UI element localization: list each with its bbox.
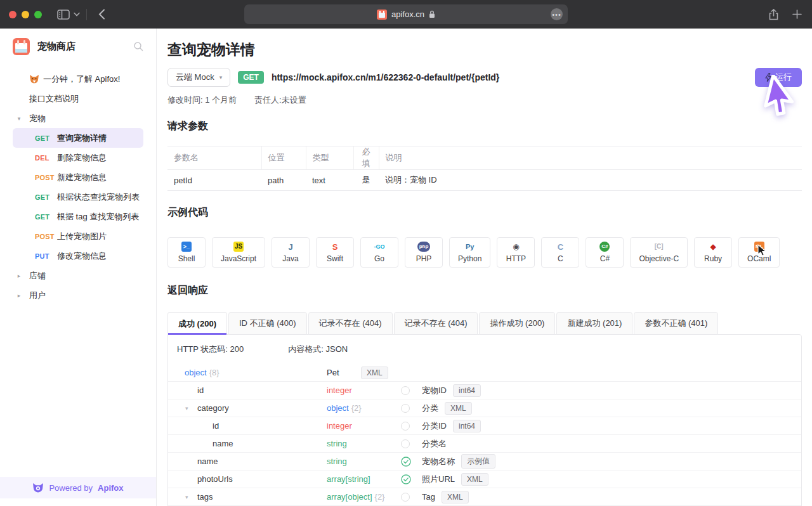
column-header: 必填 <box>353 146 379 170</box>
http-icon: ◉ <box>511 242 521 252</box>
c-icon: C <box>555 242 565 252</box>
lang-card-php[interactable]: phpPHP <box>405 237 443 268</box>
close-window-button[interactable] <box>9 11 16 18</box>
back-button[interactable] <box>98 9 105 20</box>
param-desc: 说明：宠物 ID <box>379 170 802 191</box>
tab-bad-id-400[interactable]: ID 不正确 (400) <box>228 312 307 335</box>
csharp-icon: C# <box>599 242 610 252</box>
project-logo <box>13 38 30 55</box>
field-desc: 宠物名称 <box>422 456 455 467</box>
tab-op-success-200[interactable]: 操作成功 (200) <box>479 312 555 335</box>
sidebar-item-create-pet[interactable]: POST 新建宠物信息 <box>0 167 156 187</box>
method-badge: GET <box>238 71 264 84</box>
project-title: 宠物商店 <box>37 41 126 53</box>
optional-circle-icon <box>401 439 410 448</box>
lang-card-c[interactable]: CC <box>541 237 579 268</box>
tab-not-found-404-b[interactable]: 记录不存在 (404) <box>394 312 478 335</box>
sidebar-item-get-pet-detail[interactable]: GET 查询宠物详情 <box>13 128 143 148</box>
sidebar-item-doc-readme[interactable]: 接口文档说明 <box>0 89 156 108</box>
fox-icon <box>29 74 39 84</box>
optional-circle-icon <box>401 493 410 502</box>
lang-card-go[interactable]: -GOGo <box>360 237 398 268</box>
request-params-heading: 请求参数 <box>167 120 802 133</box>
share-icon[interactable] <box>769 9 778 20</box>
address-bar[interactable]: apifox.cn ••• <box>244 4 568 24</box>
sidebar-item-update-pet[interactable]: PUT 修改宠物信息 <box>0 246 156 266</box>
sidebar-item-find-by-status[interactable]: GET 根据状态查找宠物列表 <box>0 187 156 207</box>
example-value-badge[interactable]: 示例值 <box>461 454 495 469</box>
schema-row-category-name: name string 分类名 <box>168 435 801 453</box>
lang-card-swift[interactable]: SSwift <box>316 237 354 268</box>
sidebar-item-upload-image[interactable]: POST 上传宠物图片 <box>0 226 156 246</box>
field-name: id <box>197 386 204 395</box>
lang-card-javascript[interactable]: JSJavaScript <box>212 237 265 268</box>
field-desc: Tag <box>422 492 435 502</box>
ocaml-icon: ML <box>754 242 764 252</box>
xml-badge[interactable]: XML <box>361 367 388 379</box>
sidebar-group-store[interactable]: ▸ 店铺 <box>0 266 156 285</box>
run-button[interactable]: 运行 <box>755 68 802 87</box>
reader-more-icon[interactable]: ••• <box>551 8 563 20</box>
php-icon: php <box>417 242 431 252</box>
lang-card-objective-c[interactable]: [C]Objective-C <box>630 237 688 268</box>
sidebar-item-label: 修改宠物信息 <box>57 250 107 262</box>
python-icon: Py <box>465 242 475 252</box>
required-check-icon <box>401 474 411 484</box>
minimize-window-button[interactable] <box>22 11 29 18</box>
lang-card-java[interactable]: JJava <box>272 237 310 268</box>
apifox-favicon <box>377 10 387 20</box>
lang-card-python[interactable]: PyPython <box>449 237 490 268</box>
sidebar-group-label: 用户 <box>29 290 46 301</box>
sidebar-item-label: 根据 tag 查找宠物列表 <box>57 211 139 223</box>
xml-badge[interactable]: XML <box>442 491 469 503</box>
chevron-down-icon[interactable]: ▾ <box>185 494 188 500</box>
schema-title: Pet <box>327 368 361 377</box>
chevron-down-icon[interactable]: ▾ <box>185 405 188 412</box>
ruby-icon: ◆ <box>708 242 718 252</box>
tab-success-200[interactable]: 成功 (200) <box>167 312 227 335</box>
chevron-right-icon[interactable]: ▸ <box>15 273 23 279</box>
sidebar-item-intro[interactable]: 一分钟，了解 Apifox! <box>0 69 156 89</box>
sidebar-group-pet[interactable]: ▾ 宠物 <box>0 108 156 128</box>
tab-bad-param-401[interactable]: 参数不正确 (401) <box>634 312 718 335</box>
sidebar-item-delete-pet[interactable]: DEL 删除宠物信息 <box>0 148 156 167</box>
schema-row-photourls: photoUrls array[string] 照片URLXML <box>168 470 801 488</box>
lang-card-http[interactable]: ◉HTTP <box>497 237 535 268</box>
sidebar-toggle-icon[interactable] <box>57 10 70 20</box>
column-header: 位置 <box>261 146 306 170</box>
lang-card-ruby[interactable]: ◆Ruby <box>694 237 732 268</box>
chevron-down-icon: ▾ <box>219 74 223 81</box>
new-tab-icon[interactable] <box>792 10 802 19</box>
tab-created-201[interactable]: 新建成功 (201) <box>556 312 632 335</box>
env-mock-select[interactable]: 云端 Mock ▾ <box>167 68 230 87</box>
param-location: path <box>261 170 306 191</box>
tab-not-found-404-a[interactable]: 记录不存在 (404) <box>308 312 393 335</box>
zoom-window-button[interactable] <box>34 11 42 18</box>
xml-badge[interactable]: XML <box>461 473 488 486</box>
page-title: 查询宠物详情 <box>167 40 802 59</box>
param-name: petId <box>167 170 261 191</box>
lang-card-shell[interactable]: >_Shell <box>167 237 206 268</box>
field-name: name <box>197 457 218 466</box>
java-icon: J <box>285 242 296 252</box>
int64-badge: int64 <box>453 420 481 432</box>
root-type: object <box>185 368 207 377</box>
schema-row-category-id: id integer 分类IDint64 <box>168 417 801 435</box>
chevron-right-icon[interactable]: ▸ <box>15 292 23 299</box>
env-select-value: 云端 Mock <box>176 72 214 83</box>
column-header: 参数名 <box>167 146 261 170</box>
lang-card-ocaml[interactable]: MLOCaml <box>738 237 780 268</box>
chevron-down-icon[interactable] <box>74 12 80 16</box>
field-name: id <box>213 421 219 431</box>
xml-badge[interactable]: XML <box>445 402 472 415</box>
chevron-down-icon[interactable]: ▾ <box>15 115 23 122</box>
traffic-lights <box>9 11 42 18</box>
sidebar-item-find-by-tag[interactable]: GET 根据 tag 查找宠物列表 <box>0 207 156 226</box>
sidebar-group-label: 店铺 <box>29 270 46 282</box>
lang-card-csharp[interactable]: C#C# <box>586 237 624 268</box>
search-icon[interactable] <box>133 41 143 51</box>
powered-by-apifox[interactable]: Powered by Apifox <box>0 477 156 498</box>
method-label: GET <box>35 213 55 221</box>
sidebar-group-user[interactable]: ▸ 用户 <box>0 285 156 305</box>
brand-text: Apifox <box>98 483 123 493</box>
